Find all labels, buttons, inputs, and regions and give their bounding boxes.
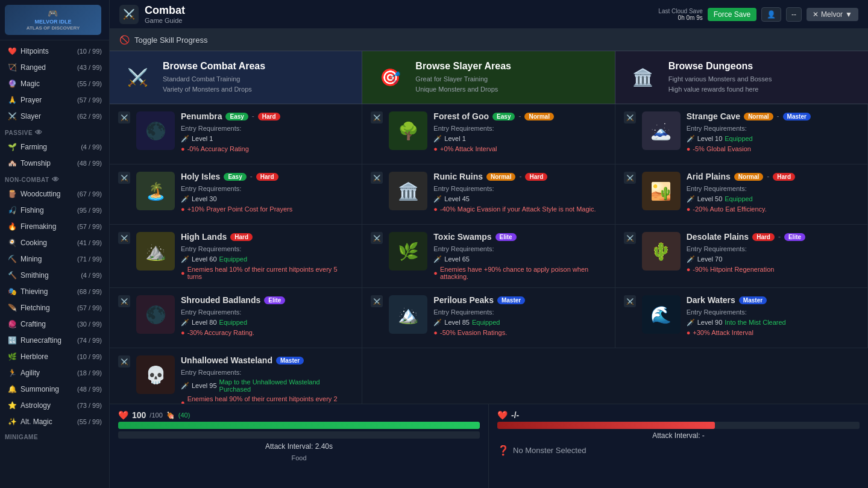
area-card-forest-of-goo[interactable]: ⚔️ 🌳 Forest of Goo Easy-Normal Entry Req… [362,104,615,164]
sidebar-item-magic[interactable]: 🔮 Magic (55 / 99) [2,76,107,92]
settings-button[interactable]: -- [786,7,802,22]
penalty-text: Enemies heal 10% of their current hitpoi… [187,266,354,280]
sidebar-skill-name: Ranged [20,63,46,72]
sidebar-item-left: 🪶 Fletching [7,303,50,313]
area-image: 🌑 [136,111,175,150]
sidebar-item-farming[interactable]: 🌱 Farming (4 / 99) [2,139,107,155]
toggle-bar[interactable]: 🚫 Toggle Skill Progress [110,29,868,51]
topbar-left: ⚔️ Combat Game Guide [119,4,185,24]
area-card-high-lands[interactable]: ⚔️ ⛰️ High Lands Hard Entry Requirements… [110,225,362,288]
thieving-icon: 🎭 [7,287,17,296]
area-card-toxic-swamps[interactable]: ⚔️ 🌿 Toxic Swamps Elite Entry Requiremen… [362,225,615,288]
entry-label: Entry Requirements: [181,245,353,252]
penalty-icon: ● [433,329,438,336]
sidebar-item-township[interactable]: 🏘️ Township (48 / 99) [2,155,107,171]
area-image: 🏝️ [136,172,175,210]
area-image: 🌊 [642,295,681,334]
badge-separator: - [519,172,521,181]
sidebar-skill-level: (41 / 99) [77,239,102,246]
area-card-holy-isles[interactable]: ⚔️ 🏝️ Holy Isles Easy-Hard Entry Require… [110,164,362,225]
level-icon: 🗡️ [181,381,189,390]
sidebar-passive-section: 🌱 Farming (4 / 99) 🏘️ Township (48 / 99) [0,139,109,171]
area-name: Runic Ruins [433,172,483,181]
area-card-strange-cave[interactable]: ⚔️ 🗻 Strange Cave Normal-Master Entry Re… [615,104,868,164]
close-button[interactable]: ✕ Melvor ▼ [807,8,858,21]
sidebar-skill-name: Agility [20,369,40,377]
summoning-icon: 🔔 [7,384,17,394]
sidebar-item-fletching[interactable]: 🪶 Fletching (57 / 99) [2,300,107,316]
penalty-icon: ● [181,205,185,213]
req-level-row: 🗡️ Level 1 [433,134,606,143]
alt. magic-icon: ✨ [7,417,17,427]
sidebar-item-cooking[interactable]: 🍳 Cooking (41 / 99) [2,235,107,251]
sidebar-skill-name: Farming [20,143,47,151]
area-penalty: ● -90% Hitpoint Regeneration [687,266,859,273]
area-card-runic-ruins[interactable]: ⚔️ 🏛️ Runic Ruins Normal-Hard Entry Requ… [362,164,615,225]
force-save-button[interactable]: Force Save [708,8,756,21]
browse-combat-icon: ⚔️ [122,62,153,93]
area-card-perilous-peaks[interactable]: ⚔️ 🏔️ Perilous Peaks Master Entry Requir… [362,288,615,348]
sidebar-skill-name: Mining [20,255,42,263]
sidebar-item-crafting[interactable]: 🧶 Crafting (30 / 99) [2,316,107,332]
browse-slayer-card[interactable]: 🎯 Browse Slayer Areas Great for Slayer T… [362,51,615,104]
penalty-text: -90% Hitpoint Regeneration [693,266,774,273]
sidebar-item-astrology[interactable]: ⭐ Astrology (73 / 99) [2,398,107,413]
sidebar-skill-name: Woodcutting [20,190,61,198]
req-level-row: 🗡️ Level 80 Equipped [181,318,353,327]
penalty-icon: ● [181,269,185,277]
area-info: Strange Cave Normal-Master Entry Require… [687,111,859,152]
browse-dungeons-card[interactable]: 🏛️ Browse Dungeons Fight various Monster… [615,51,868,104]
area-name: Holy Isles [181,172,220,181]
sidebar-skill-name: Fishing [20,206,44,214]
sidebar-item-summoning[interactable]: 🔔 Summoning (48 / 99) [2,381,107,397]
sidebar-skill-level: (43 / 99) [77,64,102,71]
sidebar-item-thieving[interactable]: 🎭 Thieving (68 / 99) [2,284,107,299]
toggle-label[interactable]: Toggle Skill Progress [134,36,207,45]
sidebar-item-runecrafting[interactable]: 🔣 Runecrafting (74 / 99) [2,333,107,348]
profile-button[interactable]: 👤 [761,7,781,22]
area-card-arid-plains[interactable]: ⚔️ 🏜️ Arid Plains Normal-Hard Entry Requ… [615,164,868,225]
area-card-dark-waters[interactable]: ⚔️ 🌊 Dark Waters Master Entry Requiremen… [615,288,868,348]
sidebar-item-agility[interactable]: 🏃 Agility (18 / 99) [2,365,107,381]
penalty-text: -50% Evasion Ratings. [440,329,507,336]
sidebar-item-woodcutting[interactable]: 🪵 Woodcutting (67 / 99) [2,186,107,202]
area-image: 🌳 [389,111,427,150]
area-info: Shrouded Badlands Elite Entry Requiremen… [181,295,353,336]
area-card-penumbra[interactable]: ⚔️ 🌑 Penumbra Easy-Hard Entry Requiremen… [110,104,362,164]
sidebar-item-ranged[interactable]: 🏹 Ranged (43 / 99) [2,60,107,75]
area-penalty: ● Enemies heal 10% of their current hitp… [181,266,353,280]
penalty-icon: ● [687,145,691,152]
penalty-text: -30% Accuracy Rating. [187,329,254,336]
sidebar-item-slayer[interactable]: ⚔️ Slayer (62 / 99) [2,108,107,124]
sidebar-item-altmagic[interactable]: ✨ Alt. Magic (55 / 99) [2,414,107,430]
sidebar-combat-section: ❤️ Hitpoints (10 / 99) 🏹 Ranged (43 / 99… [0,43,109,124]
sidebar-item-herblore[interactable]: 🌿 Herblore (10 / 99) [2,349,107,364]
sidebar-item-smithing[interactable]: 🔨 Smithing (4 / 99) [2,267,107,283]
area-card-shrouded-badlands[interactable]: ⚔️ 🌑 Shrouded Badlands Elite Entry Requi… [110,288,362,348]
area-combat-icon: ⚔️ [118,172,130,184]
area-image: 🗻 [642,111,681,150]
topbar-title-area: Combat Game Guide [145,4,185,24]
area-card-desolate-plains[interactable]: ⚔️ 🌵 Desolate Plains Hard-Elite Entry Re… [615,225,868,288]
browse-combat-sub2: Variety of Monsters and Drops [163,84,265,95]
hp-progress-bg [118,422,480,429]
browse-combat-card[interactable]: ⚔️ Browse Combat Areas Standard Combat T… [110,51,362,104]
sidebar-skill-name: Thieving [20,287,48,296]
sidebar-item-left: 🔣 Runecrafting [7,336,61,345]
sidebar-item-firemaking[interactable]: 🔥 Firemaking (57 / 99) [2,219,107,234]
area-name-row: High Lands Hard [181,232,353,242]
monster-hp-bg [497,422,860,429]
penalty-text: Enemies have +90% chance to apply poison… [440,266,606,280]
sidebar-item-mining[interactable]: ⛏️ Mining (71 / 99) [2,251,107,267]
sidebar-item-fishing[interactable]: 🎣 Fishing (95 / 99) [2,202,107,218]
area-name-row: Arid Plains Normal-Hard [687,172,859,181]
area-combat-icon: ⚔️ [624,295,636,307]
penalty-icon: ● [181,329,185,336]
sidebar-item-prayer[interactable]: 🙏 Prayer (57 / 99) [2,92,107,108]
sidebar-skill-name: Herblore [20,352,48,361]
sidebar-item-hitpoints[interactable]: ❤️ Hitpoints (10 / 99) [2,43,107,59]
entry-label: Entry Requirements: [181,369,353,376]
area-card-unhallowed-wasteland[interactable]: ⚔️ 💀 Unhallowed Wasteland Master Entry R… [110,348,362,404]
badge-hard: Hard [256,173,278,181]
area-penalty: ● -5% Global Evasion [687,145,859,152]
